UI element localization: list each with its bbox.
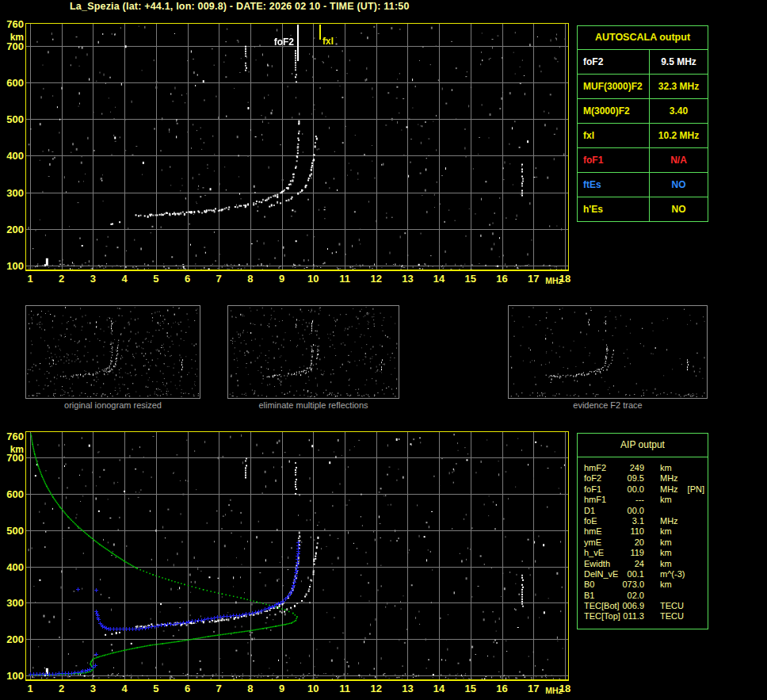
x-tick-label: 2: [52, 273, 71, 285]
x-tick-label: 9: [273, 273, 292, 285]
aip-row-label: TEC[Top]: [584, 611, 620, 622]
aip-row-label: B0: [584, 580, 620, 590]
aip-row-foe: foE3.1MHz: [578, 516, 708, 526]
x-tick-label: 17: [524, 683, 543, 694]
aip-row-label: B1: [584, 591, 620, 601]
foF2-marker-label: foF2: [258, 36, 294, 48]
y-tick-label: 600: [2, 488, 24, 500]
y-tick-label: 300: [2, 597, 24, 609]
autoscala-row-fxi: fxI10.2 MHz: [578, 124, 708, 148]
aip-row-value: 119: [620, 548, 644, 558]
aip-row-hme: hmE110km: [578, 526, 708, 537]
autoscala-row-muf3000f2: MUF(3000)F232.3 MHz: [578, 75, 708, 99]
bottom-profile-canvas: [26, 432, 568, 679]
x-tick-label: 14: [429, 683, 448, 694]
x-axis-unit-label: MHz: [545, 686, 563, 695]
aip-row-label: Ewidth: [584, 559, 620, 569]
aip-row-value: 24: [620, 559, 644, 569]
aip-row-value: 00.0: [620, 484, 644, 495]
aip-row-unit: TECU: [660, 611, 684, 622]
x-tick-label: 13: [398, 683, 417, 694]
aip-row-label: foF2: [584, 473, 620, 484]
x-tick-label: 3: [83, 683, 102, 694]
autoscala-row-ftes: ftEsNO: [578, 173, 708, 197]
x-tick-label: 6: [178, 683, 197, 694]
autoscala-row-value: N/A: [650, 148, 708, 172]
y-tick-label: 400: [2, 561, 24, 573]
thumbnail-original-ionogram: [25, 305, 200, 399]
aip-row-value: 110: [620, 526, 644, 537]
y-tick-label: 600: [2, 77, 24, 89]
x-tick-label: 16: [493, 273, 512, 285]
autoscala-row-label: foF2: [578, 50, 650, 74]
x-tick-label: 6: [178, 273, 197, 285]
aip-row-label: hmF1: [584, 495, 620, 505]
x-tick-label: 9: [273, 683, 292, 694]
aip-row-ewidth: Ewidth24km: [578, 559, 708, 569]
thumbnail-caption-evidence: evidence F2 trace: [508, 400, 708, 410]
aip-row-unit: km: [660, 548, 672, 558]
aip-row-hve: h_vE119km: [578, 548, 708, 558]
x-tick-label: 4: [115, 273, 134, 285]
thumbnail-evidence-canvas: [509, 306, 707, 398]
aip-row-label: foF1: [584, 484, 620, 495]
autoscala-row-value: 9.5 MHz: [650, 50, 708, 74]
thumbnail-eliminate-canvas: [228, 306, 399, 398]
y-tick-label: 500: [2, 525, 24, 537]
aip-row-unit: km: [660, 463, 672, 473]
aip-row-label: TEC[Bot]: [584, 601, 620, 611]
aip-row-unit: km: [660, 580, 672, 590]
x-tick-label: 11: [335, 683, 354, 694]
autoscala-row-label: ftEs: [578, 173, 650, 197]
x-tick-label: 12: [367, 273, 386, 285]
x-tick-label: 16: [493, 683, 512, 694]
x-tick-label: 1: [21, 683, 40, 694]
aip-row-fof1: foF100.0MHz[PN]: [578, 484, 708, 495]
aip-row-label: D1: [584, 506, 620, 516]
thumbnail-caption-eliminate: eliminate multiple reflections: [227, 400, 399, 410]
autoscala-row-label: M(3000)F2: [578, 99, 650, 123]
x-tick-label: 3: [83, 273, 102, 285]
x-axis-unit-label: MHz: [545, 276, 563, 285]
y-tick-label: 500: [2, 113, 24, 125]
aip-row-unit: TECU: [660, 601, 684, 611]
top-ionogram-canvas: [26, 24, 568, 270]
x-tick-label: 2: [52, 683, 71, 694]
aip-row-delnve: DelN_vE00.1m^(-3): [578, 569, 708, 580]
y-tick-label: 100: [2, 670, 24, 682]
aip-table-body: hmF2249kmfoF209.5MHzfoF100.0MHz[PN]hmF1-…: [578, 457, 708, 629]
aip-row-label: hmE: [584, 526, 620, 537]
x-tick-label: 11: [335, 273, 354, 285]
aip-table-header: AIP output: [578, 434, 708, 457]
aip-row-value: 20: [620, 537, 644, 548]
aip-row-unit: km: [660, 526, 672, 537]
autoscala-table-body: foF29.5 MHzMUF(3000)F232.3 MHzM(3000)F23…: [578, 50, 708, 221]
x-tick-label: 8: [241, 683, 260, 694]
aip-row-label: foE: [584, 516, 620, 526]
autoscala-row-fof1: foF1N/A: [578, 148, 708, 173]
aip-row-value: 011.3: [620, 611, 644, 622]
x-tick-label: 5: [147, 273, 166, 285]
y-tick-label: 200: [2, 633, 24, 645]
aip-row-value: 00.1: [620, 569, 644, 580]
aip-row-label: hmF2: [584, 463, 620, 473]
aip-row-unit: MHz: [660, 473, 678, 484]
x-tick-label: 1: [21, 273, 40, 285]
aip-row-unit: m^(-3): [660, 569, 685, 580]
aip-row-yme: ymE20km: [578, 537, 708, 548]
y-axis-unit-label: km: [2, 32, 24, 43]
aip-row-extra: [PN]: [688, 484, 704, 495]
x-tick-label: 10: [303, 273, 322, 285]
autoscala-row-value: NO: [650, 173, 708, 197]
aip-row-b0: B0073.0km: [578, 580, 708, 590]
fxI-marker-label: fxI: [322, 36, 334, 47]
autoscala-row-m3000f2: M(3000)F23.40: [578, 99, 708, 124]
autoscala-row-hes: h'EsNO: [578, 197, 708, 221]
aip-row-label: DelN_vE: [584, 569, 620, 580]
aip-row-value: 00.0: [620, 506, 644, 516]
y-tick-label: 760: [2, 18, 24, 30]
aip-row-tectop: TEC[Top]011.3TECU: [578, 611, 708, 622]
autoscala-row-value: 32.3 MHz: [650, 75, 708, 98]
autoscala-row-value: NO: [650, 197, 708, 221]
aip-row-unit: km: [660, 495, 672, 505]
